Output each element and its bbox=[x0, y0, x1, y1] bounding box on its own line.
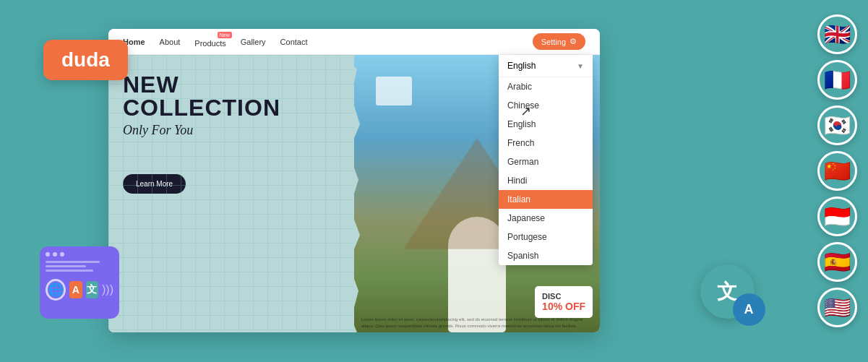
duda-logo: duda bbox=[43, 40, 128, 80]
usa-flag[interactable]: 🇺🇸 bbox=[817, 288, 857, 327]
nav-products[interactable]: Products New bbox=[194, 36, 225, 48]
setting-button[interactable]: Setting ⚙ bbox=[533, 33, 585, 50]
uk-flag[interactable]: 🇬🇧 bbox=[817, 14, 857, 54]
lang-chinese[interactable]: Chinese bbox=[499, 96, 593, 115]
gear-icon: ⚙ bbox=[570, 37, 577, 46]
logo-text: duda bbox=[61, 48, 110, 71]
widget-top-bar bbox=[46, 252, 113, 257]
hero-left: NEW COLLECTION Only For You Learn More bbox=[108, 55, 354, 332]
setting-btn-label: Setting bbox=[541, 38, 566, 46]
cursor-pointer: ↗ bbox=[520, 103, 531, 119]
lang-german[interactable]: German bbox=[499, 152, 593, 171]
lang-portugese[interactable]: Portugese bbox=[499, 228, 593, 246]
hero-title-line1: NEW bbox=[123, 73, 340, 96]
website-mockup: Home About Products New Gallery Contact … bbox=[108, 29, 600, 332]
spain-flag[interactable]: 🇪🇸 bbox=[817, 242, 857, 282]
selected-language: English bbox=[507, 61, 536, 71]
widget-dot-3 bbox=[60, 252, 64, 257]
nav-about[interactable]: About bbox=[160, 38, 181, 46]
discount-badge: DISC 10% OFF bbox=[535, 286, 593, 318]
globe-icon: 🌐 bbox=[46, 279, 66, 301]
translate-a-badge: A bbox=[69, 281, 82, 298]
korea-flag[interactable]: 🇰🇷 bbox=[817, 105, 857, 145]
hero-subtitle: Only For You bbox=[123, 123, 340, 138]
lang-english[interactable]: English bbox=[499, 115, 593, 134]
widget-lines bbox=[46, 259, 113, 273]
photo-overlay-square bbox=[376, 77, 412, 105]
right-translate-widget: 文 A bbox=[687, 257, 767, 326]
lang-hindi[interactable]: Hindi bbox=[499, 171, 593, 190]
translate-bubble-a: A bbox=[733, 293, 765, 326]
widget-line-1 bbox=[46, 261, 100, 263]
discount-value: 10% OFF bbox=[542, 301, 585, 312]
lang-spanish[interactable]: Spanish bbox=[499, 246, 593, 265]
person-silhouette bbox=[448, 217, 506, 332]
widget-dot-2 bbox=[53, 252, 57, 257]
dropdown-header[interactable]: English ▼ bbox=[499, 55, 593, 77]
dropdown-arrow-icon: ▼ bbox=[577, 62, 584, 70]
translate-bubble-container: 文 A bbox=[700, 264, 755, 319]
sound-waves-icon: ))) bbox=[102, 283, 113, 296]
lang-arabic[interactable]: Arabic bbox=[499, 77, 593, 96]
nav-gallery[interactable]: Gallery bbox=[241, 38, 266, 46]
lang-japanese[interactable]: Japanese bbox=[499, 209, 593, 228]
language-dropdown: English ▼ Arabic Chinese English French … bbox=[499, 55, 593, 265]
lang-french[interactable]: French bbox=[499, 134, 593, 152]
flags-column: 🇬🇧 🇫🇷 🇰🇷 🇨🇳 🇮🇩 🇪🇸 🇺🇸 bbox=[817, 14, 857, 327]
left-widget: 🌐 A 文 ))) bbox=[40, 246, 119, 319]
disc-label: DISC bbox=[542, 292, 585, 301]
lang-italian[interactable]: Italian bbox=[499, 190, 593, 209]
widget-icons-row: 🌐 A 文 ))) bbox=[46, 279, 113, 301]
france-flag[interactable]: 🇫🇷 bbox=[817, 60, 857, 100]
china-flag[interactable]: 🇨🇳 bbox=[817, 151, 857, 191]
nav-contact[interactable]: Contact bbox=[280, 38, 308, 46]
translate-a-main: A bbox=[744, 302, 754, 317]
hero-text: NEW COLLECTION Only For You bbox=[123, 73, 340, 138]
widget-line-3 bbox=[46, 270, 93, 272]
translate-zh-badge: 文 bbox=[86, 281, 99, 298]
widget-line-2 bbox=[46, 265, 86, 267]
hero-title-line2: COLLECTION bbox=[123, 96, 340, 119]
lorem-text: Lorem ipsum dolor sit amet, consectetura… bbox=[361, 316, 593, 329]
nav-links: Home About Products New Gallery Contact bbox=[123, 36, 308, 48]
products-badge: New bbox=[218, 32, 232, 38]
widget-dot-1 bbox=[46, 252, 50, 257]
indonesia-flag[interactable]: 🇮🇩 bbox=[817, 197, 857, 236]
nav-bar: Home About Products New Gallery Contact … bbox=[108, 29, 600, 55]
